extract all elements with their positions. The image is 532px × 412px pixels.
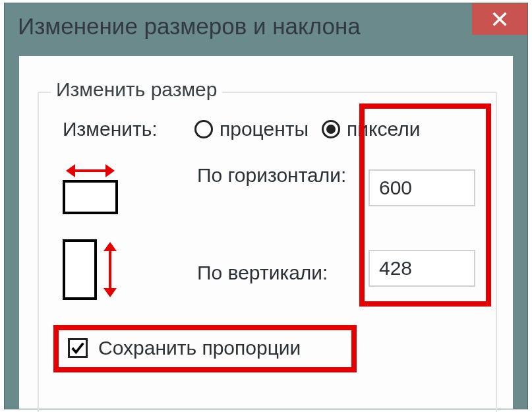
radio-percent-indicator	[194, 120, 213, 138]
unit-label: Изменить:	[63, 118, 194, 140]
vertical-input[interactable]: 428	[369, 250, 475, 287]
keep-aspect-checkbox[interactable]	[68, 338, 88, 358]
unit-row: Изменить: проценты пиксели	[63, 118, 483, 140]
window-title: Изменение размеров и наклона	[18, 13, 361, 40]
arrow-horizontal-icon	[67, 164, 113, 177]
titlebar: Изменение размеров и наклона	[5, 3, 527, 49]
radio-pixels-label: пиксели	[347, 118, 420, 140]
horizontal-value: 600	[379, 177, 412, 199]
close-button[interactable]	[472, 3, 527, 35]
keep-aspect-label: Сохранить пропорции	[98, 337, 301, 359]
vertical-value: 428	[379, 257, 412, 280]
resize-skew-dialog: Изменение размеров и наклона Изменить ра…	[4, 3, 528, 409]
radio-pixels[interactable]: пиксели	[322, 118, 420, 140]
vertical-icon	[63, 239, 117, 300]
horizontal-icon	[63, 164, 118, 214]
dialog-body: Изменить размер Изменить: проценты пиксе…	[19, 56, 513, 409]
group-legend: Изменить размер	[51, 78, 222, 101]
radio-percent[interactable]: проценты	[194, 118, 309, 140]
radio-pixels-indicator	[322, 120, 340, 138]
keep-aspect-row[interactable]: Сохранить пропорции	[61, 330, 312, 366]
close-icon	[490, 10, 509, 28]
horizontal-rect-icon	[63, 180, 118, 214]
horizontal-input[interactable]: 600	[369, 169, 475, 206]
vertical-label: По вертикали:	[197, 262, 328, 284]
radio-percent-label: проценты	[220, 118, 309, 140]
vertical-rect-icon	[63, 239, 97, 300]
checkmark-icon	[71, 341, 85, 355]
horizontal-label: По горизонтали:	[197, 164, 355, 187]
resize-group: Изменить размер Изменить: проценты пиксе…	[38, 92, 497, 412]
arrow-vertical-icon	[103, 243, 117, 296]
